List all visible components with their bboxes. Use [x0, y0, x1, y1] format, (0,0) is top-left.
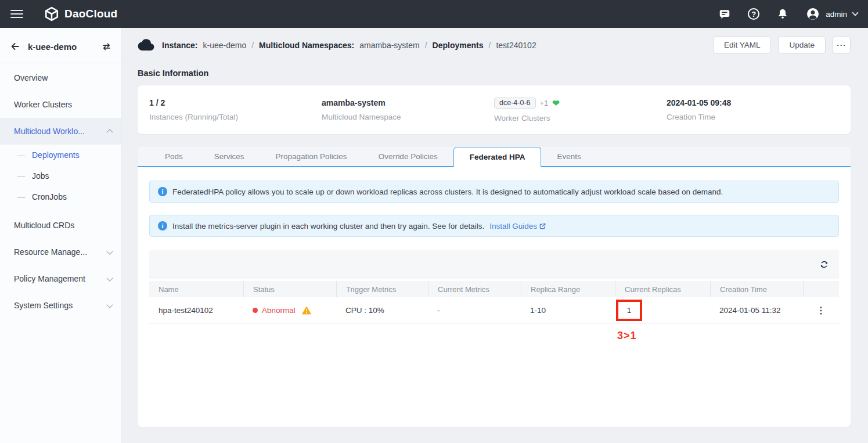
stat-instances: 1 / 2 Instances (Running/Total): [149, 98, 322, 121]
external-link-icon: [539, 222, 546, 230]
bell-icon[interactable]: [776, 8, 789, 20]
worker-cluster-tag: dce-4-0-6: [494, 98, 536, 109]
dash-icon: —: [17, 172, 25, 181]
replica-highlight-box: 1: [616, 300, 642, 321]
main-content: Instance: k-uee-demo / Multicloud Namesp…: [121, 28, 868, 443]
sidebar-item-system-settings[interactable]: System Settings: [0, 292, 121, 319]
healthy-heart-icon: ❤: [552, 99, 560, 107]
sidebar-item-resource-management[interactable]: Resource Manage...: [0, 239, 121, 265]
breadcrumb-link-deployments[interactable]: Deployments: [433, 41, 484, 50]
chevron-down-icon: [106, 301, 113, 308]
sidebar-item-worker-clusters[interactable]: Worker Clusters: [0, 91, 121, 118]
sidebar-item-jobs[interactable]: — Jobs: [0, 165, 121, 186]
chevron-down-icon: [106, 248, 113, 254]
sidebar-item-cronjobs[interactable]: — CronJobs: [0, 186, 121, 207]
sidebar-item-multicloud-workloads[interactable]: Multicloud Worklo...: [0, 118, 121, 145]
detail-tabs-card: Pods Services Propagation Policies Overr…: [138, 147, 851, 427]
hpa-info-banner: i FederatedHPA policy allows you to scal…: [149, 181, 839, 203]
metrics-server-banner: i Install the metrics-server plugin in e…: [149, 215, 839, 237]
cell-name: hpa-test240102: [149, 306, 243, 315]
breadcrumb-value[interactable]: k-uee-demo: [203, 41, 246, 50]
sidebar: k-uee-demo Overview Worker Clusters Mult…: [0, 28, 121, 443]
cell-current-replicas: 1: [615, 300, 710, 321]
tab-propagation-policies[interactable]: Propagation Policies: [260, 147, 363, 166]
hamburger-menu-icon[interactable]: [10, 10, 23, 18]
status-dot-icon: [253, 308, 258, 313]
switch-instance-icon[interactable]: [101, 41, 112, 52]
table-row: hpa-test240102 Abnormal: [149, 297, 839, 324]
status-text: Abnormal: [262, 306, 296, 315]
breadcrumb-label: Instance:: [162, 41, 197, 50]
hpa-table: Name Status Trigger Metrics Current Metr…: [149, 250, 839, 324]
breadcrumb-label: Multicloud Namespaces:: [259, 41, 354, 50]
column-replica-range: Replica Range: [521, 281, 615, 297]
update-button[interactable]: Update: [778, 36, 826, 54]
basic-information-card: 1 / 2 Instances (Running/Total) amamba-s…: [138, 85, 851, 134]
breadcrumb: Instance: k-uee-demo / Multicloud Namesp…: [138, 38, 536, 52]
tab-services[interactable]: Services: [199, 147, 260, 166]
chat-icon[interactable]: [718, 8, 731, 20]
sidebar-item-overview[interactable]: Overview: [0, 64, 121, 91]
back-icon[interactable]: [9, 41, 21, 52]
tab-override-policies[interactable]: Override Policies: [363, 147, 453, 166]
sidebar-nav: Overview Worker Clusters Multicloud Work…: [0, 63, 121, 319]
tab-federated-hpa[interactable]: Federated HPA: [453, 147, 542, 167]
warning-icon[interactable]: [302, 306, 311, 315]
table-toolbar: [149, 250, 839, 279]
breadcrumb-current: test240102: [496, 41, 536, 50]
column-actions: [803, 281, 839, 297]
column-status: Status: [243, 281, 336, 297]
column-trigger-metrics: Trigger Metrics: [336, 281, 428, 297]
chevron-down-icon: [852, 9, 858, 16]
chevron-down-icon: [106, 275, 113, 281]
more-actions-button[interactable]: ···: [833, 36, 851, 54]
basic-information-title: Basic Information: [138, 69, 851, 78]
federated-hpa-panel: i FederatedHPA policy allows you to scal…: [138, 181, 851, 324]
tab-events[interactable]: Events: [541, 147, 596, 166]
user-name: admin: [826, 10, 847, 19]
annotation-replicas-mismatch: 3>1: [617, 330, 637, 342]
banner-text: Install the metrics-server plugin in eac…: [172, 222, 484, 230]
dash-icon: —: [17, 151, 25, 160]
daocloud-cube-icon: [44, 6, 59, 21]
cell-trigger-metrics: CPU : 10%: [336, 306, 428, 315]
refresh-icon[interactable]: [819, 259, 830, 270]
chevron-up-icon: [106, 129, 113, 135]
stat-creation-time: 2024-01-05 09:48 Creation Time: [667, 98, 839, 121]
brand-name: DaoCloud: [64, 8, 117, 20]
banner-text: FederatedHPA policy allows you to scale …: [172, 188, 723, 196]
column-current-metrics: Current Metrics: [428, 281, 521, 297]
tab-strip: Pods Services Propagation Policies Overr…: [138, 147, 851, 167]
breadcrumb-value[interactable]: amamba-system: [359, 41, 419, 50]
sidebar-item-policy-management[interactable]: Policy Management: [0, 265, 121, 292]
column-name: Name: [149, 281, 243, 297]
table-header: Name Status Trigger Metrics Current Metr…: [149, 281, 839, 297]
tab-pods[interactable]: Pods: [149, 147, 199, 166]
sidebar-item-deployments[interactable]: — Deployments: [0, 145, 121, 165]
edit-yaml-button[interactable]: Edit YAML: [713, 36, 772, 54]
column-current-replicas: Current Replicas: [615, 281, 710, 297]
cell-replica-range: 1-10: [521, 306, 615, 315]
topbar: DaoCloud ?: [0, 0, 868, 28]
cell-creation-time: 2024-01-05 11:32: [710, 306, 803, 315]
info-icon: i: [158, 221, 167, 230]
brand-logo: DaoCloud: [44, 6, 117, 21]
column-creation-time: Creation Time: [710, 281, 803, 297]
stat-worker-clusters: dce-4-0-6 +1 ❤ Worker Clusters: [494, 98, 667, 123]
user-menu[interactable]: admin: [806, 7, 858, 21]
cell-current-metrics: -: [428, 306, 521, 315]
dash-icon: —: [17, 193, 25, 201]
instance-title: k-uee-demo: [28, 42, 94, 52]
help-icon[interactable]: ?: [748, 8, 759, 20]
cloud-icon: [138, 38, 156, 52]
install-guides-link[interactable]: Install Guides: [489, 222, 546, 230]
avatar: [806, 7, 820, 21]
cell-status: Abnormal: [243, 306, 336, 315]
more-clusters-count[interactable]: +1: [540, 99, 549, 107]
sidebar-item-multicloud-crds[interactable]: Multicloud CRDs: [0, 212, 121, 239]
row-menu-kebab-icon[interactable]: ⋮: [816, 305, 826, 316]
info-icon: i: [158, 187, 167, 196]
stat-namespace: amamba-system Multicloud Namespace: [322, 98, 494, 121]
